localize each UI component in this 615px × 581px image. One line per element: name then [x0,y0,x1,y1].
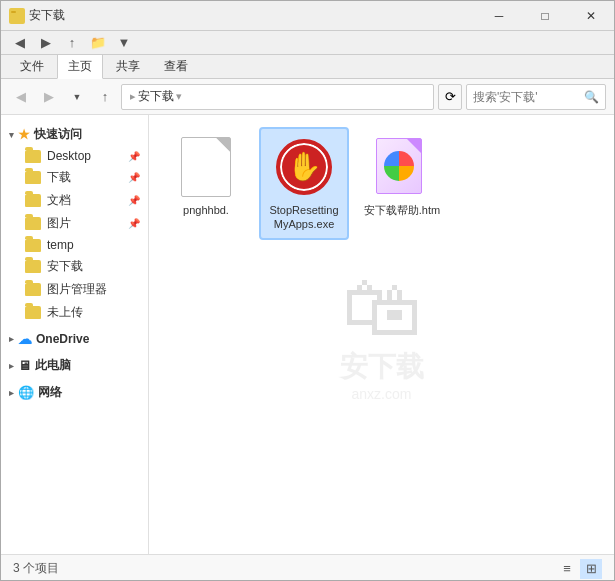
file-item-stop[interactable]: ✋ StopResettingMyApps.exe [259,127,349,240]
back-button[interactable]: ◀ [9,85,33,109]
folder-icon [9,8,25,24]
address-current: 安下载 [138,88,174,105]
address-arrow: ▾ [176,90,182,103]
refresh-button[interactable]: ⟳ [438,84,462,110]
arrow-icon: ▾ [9,130,14,140]
file-item-pnghhbd[interactable]: pnghhbd. [161,127,251,240]
qa-back-btn[interactable]: ◀ [9,33,31,53]
network-item[interactable]: ▸ 🌐 网络 [1,381,148,404]
file-icon-stop: ✋ [272,135,336,199]
address-sep: ▸ [130,90,136,103]
up-button[interactable]: ↑ [93,85,117,109]
file-icon-pnghhbd [174,135,238,199]
sidebar: ▾ ★ 快速访问 Desktop 📌 下载 📌 文档 📌 图片 [1,115,149,554]
item-count: 3 个项目 [13,560,59,577]
sidebar-item-anxz[interactable]: 安下载 [1,255,148,278]
watermark-bag-icon: 🛍 [340,268,424,348]
view-icons: ≡ ⊞ [556,559,602,579]
sidebar-item-pictures[interactable]: 图片 📌 [1,212,148,235]
file-item-htm[interactable]: 安下载帮助.htm [357,127,447,240]
thispc-arrow: ▸ [9,361,14,371]
qa-dropdown-btn[interactable]: ▼ [113,33,135,53]
large-icons-view-btn[interactable]: ⊞ [580,559,602,579]
search-icon: 🔍 [584,90,599,104]
star-icon: ★ [18,127,30,142]
file-name-pnghhbd: pnghhbd. [183,203,229,217]
generic-file-icon [181,137,231,197]
sidebar-item-desktop[interactable]: Desktop 📌 [1,146,148,166]
thispc-item[interactable]: ▸ 🖥 此电脑 [1,354,148,377]
details-view-btn[interactable]: ≡ [556,559,578,579]
htm-file-base [376,138,422,194]
file-name-htm: 安下载帮助.htm [364,203,440,217]
folder-icon-pictures [25,217,41,230]
thispc-label: 此电脑 [35,357,71,374]
network-label: 网络 [38,384,62,401]
main-container: ▾ ★ 快速访问 Desktop 📌 下载 📌 文档 📌 图片 [1,115,614,554]
onedrive-arrow: ▸ [9,334,14,344]
qa-up-btn[interactable]: ↑ [61,33,83,53]
breadcrumb: ▸ 安下载 ▾ [130,88,182,105]
quick-access-section: ▾ ★ 快速访问 Desktop 📌 下载 📌 文档 📌 图片 [1,123,148,324]
stop-icon: ✋ [276,139,332,195]
sidebar-item-notuploaded[interactable]: 未上传 [1,301,148,324]
file-grid: pnghhbd. ✋ StopResettingMyApps.exe [161,127,602,240]
address-field[interactable]: ▸ 安下载 ▾ [121,84,434,110]
close-button[interactable]: ✕ [568,1,614,31]
sidebar-item-label-pictures: 图片 [47,215,71,232]
computer-icon: 🖥 [18,358,31,373]
folder-icon-docs [25,194,41,207]
tab-file[interactable]: 文件 [9,54,55,78]
watermark-sub: anxz.com [340,386,424,402]
sidebar-item-label-desktop: Desktop [47,149,91,163]
title-bar-left: 安下载 [9,7,65,24]
sidebar-item-label-notuploaded: 未上传 [47,304,83,321]
svg-rect-2 [11,11,16,13]
file-icon-htm [370,135,434,199]
address-bar: ◀ ▶ ▼ ↑ ▸ 安下载 ▾ ⟳ 🔍 [1,79,614,115]
sidebar-item-label-temp: temp [47,238,74,252]
window-title: 安下载 [29,7,65,24]
network-icon: 🌐 [18,385,34,400]
status-bar: 3 个项目 ≡ ⊞ [1,554,614,581]
folder-icon-anxz [25,260,41,273]
recent-button[interactable]: ▼ [65,85,89,109]
sidebar-item-picmgr[interactable]: 图片管理器 [1,278,148,301]
ribbon-tabs: 文件 主页 共享 查看 [1,55,614,79]
search-input[interactable] [473,90,580,104]
quick-access-label: 快速访问 [34,126,82,143]
quick-access-header[interactable]: ▾ ★ 快速访问 [1,123,148,146]
onedrive-section: ▸ ☁ OneDrive [1,328,148,350]
svg-rect-1 [11,13,16,15]
quick-access-toolbar: ◀ ▶ ↑ 📁 ▼ [1,31,614,55]
search-box[interactable]: 🔍 [466,84,606,110]
sidebar-item-label-anxz: 安下载 [47,258,83,275]
network-section: ▸ 🌐 网络 [1,381,148,404]
watermark-text: 安下载 [340,348,424,386]
sidebar-item-temp[interactable]: temp [1,235,148,255]
colorful-circle-icon [384,151,414,181]
tab-share[interactable]: 共享 [105,54,151,78]
pin-icon: 📌 [128,151,140,162]
tab-home[interactable]: 主页 [57,54,103,79]
sidebar-item-docs[interactable]: 文档 📌 [1,189,148,212]
folder-icon-notuploaded [25,306,41,319]
htm-icon [376,138,428,196]
qa-folder-btn[interactable]: 📁 [87,33,109,53]
onedrive-label: OneDrive [36,332,89,346]
maximize-button[interactable]: □ [522,1,568,31]
sidebar-item-label-picmgr: 图片管理器 [47,281,107,298]
watermark: 🛍 安下载 anxz.com [340,268,424,402]
onedrive-item[interactable]: ▸ ☁ OneDrive [1,328,148,350]
qa-forward-btn[interactable]: ▶ [35,33,57,53]
network-arrow: ▸ [9,388,14,398]
minimize-button[interactable]: ─ [476,1,522,31]
pin-icon-download: 📌 [128,172,140,183]
sidebar-item-download[interactable]: 下载 📌 [1,166,148,189]
file-name-stop: StopResettingMyApps.exe [265,203,343,232]
tab-view[interactable]: 查看 [153,54,199,78]
forward-button[interactable]: ▶ [37,85,61,109]
sidebar-item-label-docs: 文档 [47,192,71,209]
title-bar: 安下载 ─ □ ✕ [1,1,614,31]
folder-icon-temp [25,239,41,252]
